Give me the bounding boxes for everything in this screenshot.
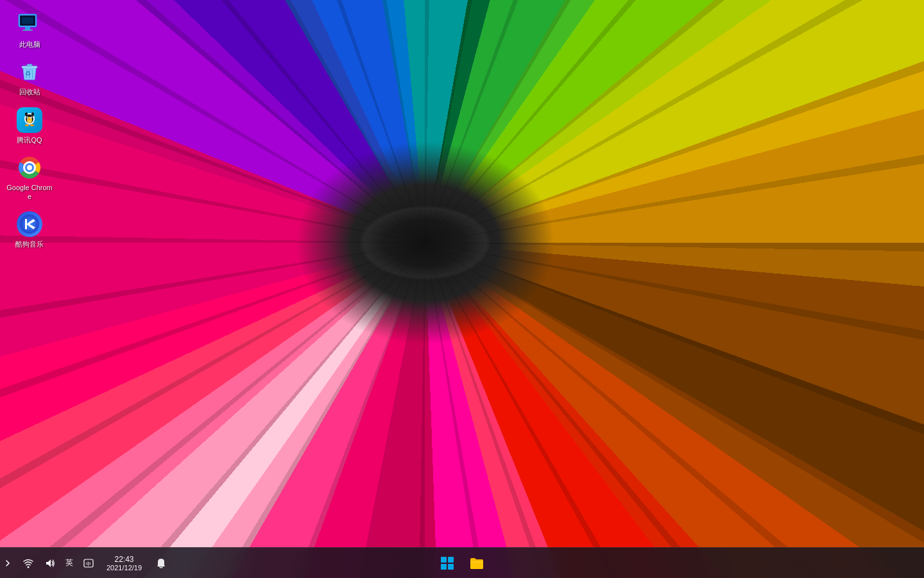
svg-point-34 bbox=[28, 566, 30, 568]
svg-rect-3 bbox=[22, 30, 33, 31]
svg-rect-11 bbox=[27, 64, 32, 66]
tray-expand-button[interactable] bbox=[0, 552, 15, 575]
svg-rect-2 bbox=[25, 27, 30, 30]
chrome-label: Google Chrome bbox=[6, 183, 53, 202]
kugou-icon bbox=[17, 211, 42, 237]
ime-tray-icon[interactable]: 中 bbox=[80, 552, 98, 575]
taskbar-right: 英 中 22:43 2021/12/19 bbox=[0, 549, 179, 577]
chrome-icon bbox=[17, 155, 42, 180]
svg-point-27 bbox=[27, 165, 32, 170]
recycle-bin-label: 回收站 bbox=[19, 87, 40, 96]
desktop-icon-tencent-qq[interactable]: 腾讯QQ bbox=[4, 103, 55, 148]
svg-line-9 bbox=[32, 69, 33, 78]
start-button[interactable] bbox=[433, 549, 461, 577]
desktop-icon-kugou-music[interactable]: 酷狗音乐 bbox=[4, 207, 55, 252]
svg-rect-6 bbox=[22, 17, 33, 24]
svg-rect-33 bbox=[448, 564, 454, 570]
language-text: 英 bbox=[65, 557, 73, 568]
clock-time: 22:43 bbox=[115, 555, 134, 564]
recycle-bin-icon: ♻ bbox=[17, 59, 42, 85]
desktop-icon-recycle-bin[interactable]: ♻ 回收站 bbox=[4, 55, 55, 100]
svg-point-18 bbox=[28, 117, 29, 118]
desktop-icon-google-chrome[interactable]: Google Chrome bbox=[4, 151, 55, 206]
kugou-label: 酷狗音乐 bbox=[15, 240, 44, 249]
taskbar: 英 中 22:43 2021/12/19 bbox=[0, 547, 924, 578]
svg-point-21 bbox=[25, 112, 28, 116]
desktop-icons-container: 此电脑 ♻ 回收站 bbox=[0, 0, 59, 261]
this-pc-label: 此电脑 bbox=[19, 40, 40, 49]
svg-text:♻: ♻ bbox=[25, 70, 31, 77]
clock-area[interactable]: 22:43 2021/12/19 bbox=[101, 549, 147, 577]
taskbar-center-items bbox=[433, 549, 491, 577]
file-explorer-button[interactable] bbox=[463, 549, 491, 577]
svg-point-20 bbox=[28, 119, 31, 120]
svg-point-23 bbox=[25, 124, 29, 126]
network-tray-icon[interactable] bbox=[19, 552, 37, 575]
clock-date: 2021/12/19 bbox=[107, 564, 142, 572]
qq-icon bbox=[17, 107, 42, 133]
volume-tray-icon[interactable] bbox=[41, 552, 59, 575]
desktop: 此电脑 ♻ 回收站 bbox=[0, 0, 924, 547]
svg-point-24 bbox=[30, 124, 34, 126]
svg-text:中: 中 bbox=[86, 561, 91, 567]
notification-button[interactable] bbox=[151, 549, 171, 577]
this-pc-icon bbox=[17, 12, 42, 37]
qq-label: 腾讯QQ bbox=[17, 136, 42, 144]
svg-rect-30 bbox=[441, 557, 447, 563]
svg-rect-31 bbox=[448, 557, 454, 563]
desktop-icon-this-pc[interactable]: 此电脑 bbox=[4, 8, 55, 53]
svg-point-19 bbox=[31, 117, 33, 118]
svg-rect-32 bbox=[441, 564, 447, 570]
language-indicator[interactable]: 英 bbox=[63, 552, 76, 575]
svg-point-22 bbox=[31, 112, 34, 116]
